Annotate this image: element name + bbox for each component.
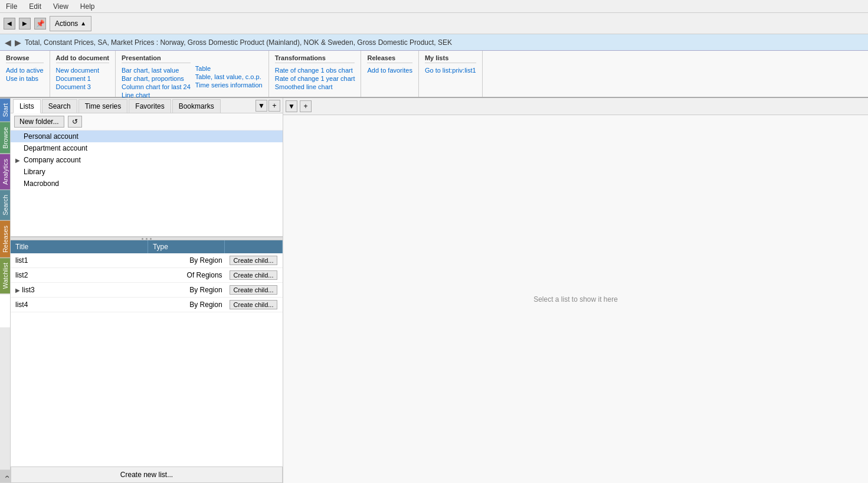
- col-title[interactable]: Title: [11, 240, 148, 253]
- expand-arrow-icon[interactable]: ▶: [15, 287, 20, 293]
- tree-item-label: Macrobond: [24, 180, 59, 188]
- ribbon-add-to-doc: Add to document New document Document 1 …: [50, 51, 116, 97]
- sidebar-tab-browse[interactable]: Browse: [0, 122, 10, 154]
- sidebar-tab-watchlist[interactable]: Watchlist: [0, 257, 10, 293]
- ribbon-time-series-info[interactable]: Time series information: [195, 81, 263, 89]
- sidebar-tab-releases[interactable]: Releases: [0, 220, 10, 257]
- panel-add-btn[interactable]: +: [268, 100, 280, 112]
- resize-dot1: [142, 238, 143, 240]
- menu-bar: File Edit View Help: [0, 0, 868, 13]
- ribbon-browse-use-in-tabs[interactable]: Use in tabs: [6, 75, 44, 82]
- menu-view[interactable]: View: [51, 1, 71, 12]
- tree-item-label: Department account: [24, 144, 87, 152]
- ribbon-bar-prop[interactable]: Bar chart, proportions: [122, 75, 191, 82]
- ribbon-add-favorites[interactable]: Add to favorites: [367, 67, 412, 74]
- sidebar-tab-analytics[interactable]: Analytics: [0, 154, 10, 190]
- tree-list: Personal account Department account ▶ Co…: [11, 130, 283, 237]
- row-title: list4: [11, 298, 148, 312]
- row-title: list2: [11, 268, 148, 283]
- data-table: Title Type list1 By Region Create child.…: [11, 240, 283, 312]
- tree-item-personal[interactable]: Personal account: [11, 130, 283, 142]
- tab-lists[interactable]: Lists: [13, 99, 41, 113]
- table-row: list2 Of Regions Create child...: [11, 268, 283, 283]
- row-type: By Region: [148, 283, 224, 298]
- nav-back-icon[interactable]: ◀: [4, 18, 15, 30]
- menu-help[interactable]: Help: [78, 1, 97, 12]
- create-child-button-2[interactable]: Create child...: [230, 285, 278, 295]
- col-type[interactable]: Type: [148, 240, 224, 253]
- menu-edit[interactable]: Edit: [27, 1, 44, 12]
- right-panel-placeholder-text: Select a list to show it here: [533, 295, 618, 303]
- row-type: Of Regions: [148, 268, 224, 283]
- tree-item-library[interactable]: Library: [11, 166, 283, 178]
- panel-content: Lists Search Time series Favorites Bookm…: [11, 98, 283, 483]
- ribbon-document3[interactable]: Document 3: [56, 83, 109, 90]
- ribbon-browse-title: Browse: [6, 54, 44, 63]
- tree-item-company[interactable]: ▶ Company account: [11, 154, 283, 166]
- right-panel-placeholder: Select a list to show it here: [283, 115, 868, 483]
- pin-icon[interactable]: 📌: [34, 18, 46, 30]
- tab-favorites[interactable]: Favorites: [129, 99, 171, 113]
- right-panel-add-btn[interactable]: +: [300, 100, 312, 112]
- ribbon-column-chart[interactable]: Column chart for last 24: [122, 83, 191, 90]
- row-action-cell: Create child...: [225, 253, 283, 268]
- ribbon-table[interactable]: Table: [195, 65, 263, 72]
- tab-search[interactable]: Search: [42, 99, 77, 113]
- menu-file[interactable]: File: [4, 1, 19, 12]
- row-title: ▶ list3: [11, 283, 148, 298]
- row-title: list1: [11, 253, 148, 268]
- new-folder-button[interactable]: New folder...: [14, 116, 64, 128]
- tree-item-department[interactable]: Department account: [11, 142, 283, 154]
- ribbon-table-last[interactable]: Table, last value, c.o.p.: [195, 73, 263, 80]
- col-action: [225, 240, 283, 253]
- ribbon-browse-add-active[interactable]: Add to active: [6, 67, 44, 74]
- create-new-list-button[interactable]: Create new list...: [11, 466, 283, 483]
- create-child-button-3[interactable]: Create child...: [230, 300, 278, 309]
- ribbon-browse: Browse Add to active Use in tabs: [0, 51, 50, 97]
- nav-forward-icon[interactable]: ▶: [19, 18, 31, 30]
- breadcrumb-nav-left[interactable]: ◀: [5, 38, 11, 47]
- table-row: ▶ list3 By Region Create child...: [11, 283, 283, 298]
- table-row: list1 By Region Create child...: [11, 253, 283, 268]
- tree-item-arrow: ▶: [15, 157, 21, 164]
- ribbon-new-document[interactable]: New document: [56, 67, 109, 74]
- actions-button[interactable]: Actions ▲: [50, 16, 91, 31]
- ribbon-presentation-title: Presentation: [122, 54, 191, 63]
- resize-dot2: [146, 238, 148, 240]
- row-action-cell: Create child...: [225, 268, 283, 283]
- breadcrumb-nav-right[interactable]: ▶: [15, 38, 21, 47]
- ribbon-add-to-doc-title: Add to document: [56, 54, 109, 63]
- ribbon-rate-1obs[interactable]: Rate of change 1 obs chart: [275, 67, 355, 74]
- create-child-button-1[interactable]: Create child...: [230, 270, 278, 280]
- refresh-button[interactable]: ↺: [68, 116, 82, 128]
- panel-dropdown-btn[interactable]: ▼: [256, 100, 267, 112]
- tab-time-series[interactable]: Time series: [78, 99, 128, 113]
- main-layout: Start Browse Analytics Search Releases W…: [0, 98, 868, 483]
- create-child-button-0[interactable]: Create child...: [230, 256, 278, 265]
- sidebar-tab-search[interactable]: Search: [0, 190, 10, 220]
- ribbon-go-to-list[interactable]: Go to list:priv:list1: [425, 67, 476, 74]
- right-panel-top: ▼ +: [283, 98, 868, 115]
- ribbon: Browse Add to active Use in tabs Add to …: [0, 51, 868, 98]
- ribbon-smoothed[interactable]: Smoothed line chart: [275, 83, 355, 90]
- right-panel-dropdown-btn[interactable]: ▼: [286, 100, 297, 112]
- actions-label: Actions: [55, 19, 78, 28]
- ribbon-releases: Releases Add to favorites: [361, 51, 418, 97]
- table-row: list4 By Region Create child...: [11, 298, 283, 312]
- panel-tabs: Lists Search Time series Favorites Bookm…: [11, 98, 283, 113]
- sidebar-tab-expand[interactable]: ›: [0, 470, 10, 483]
- ribbon-my-lists: My lists Go to list:priv:list1: [419, 51, 483, 97]
- right-panel-container: ▼ + Select a list to show it here: [283, 98, 868, 483]
- left-sidebar: Start Browse Analytics Search Releases W…: [0, 98, 11, 483]
- ribbon-bar-last[interactable]: Bar chart, last value: [122, 67, 191, 74]
- breadcrumb-text: Total, Constant Prices, SA, Market Price…: [25, 38, 452, 47]
- sidebar-tab-mylists[interactable]: My lists: [0, 293, 10, 327]
- ribbon-document1[interactable]: Document 1: [56, 75, 109, 82]
- ribbon-my-lists-title: My lists: [425, 54, 476, 63]
- tree-item-macrobond[interactable]: Macrobond: [11, 178, 283, 190]
- ribbon-rate-1yr[interactable]: Rate of change 1 year chart: [275, 75, 355, 82]
- panel-toolbar: New folder... ↺: [11, 113, 283, 130]
- sidebar-tab-start[interactable]: Start: [0, 98, 10, 122]
- table-area: Title Type list1 By Region Create child.…: [11, 240, 283, 466]
- tab-bookmarks[interactable]: Bookmarks: [172, 99, 221, 113]
